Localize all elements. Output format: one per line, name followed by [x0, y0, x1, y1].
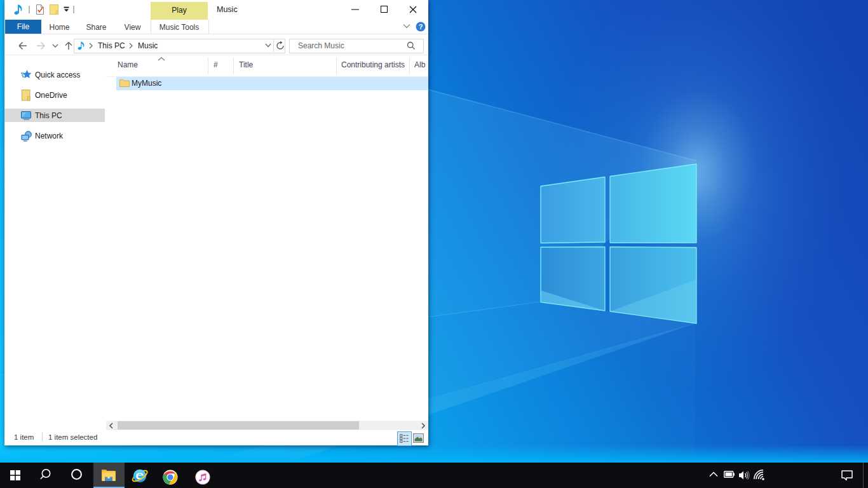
- svg-text:?: ?: [419, 23, 423, 30]
